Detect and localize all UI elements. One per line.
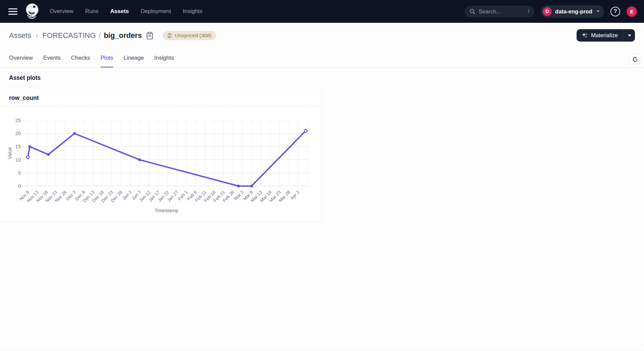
help-icon[interactable]: ? xyxy=(610,7,620,16)
materialize-dropdown-button[interactable] xyxy=(623,29,635,42)
svg-text:10: 10 xyxy=(15,157,21,163)
svg-text:15: 15 xyxy=(15,144,21,149)
tab-lineage[interactable]: Lineage xyxy=(123,55,144,68)
search-input[interactable]: Search... / xyxy=(465,6,534,17)
clipboard-icon xyxy=(147,32,153,40)
refresh-icon xyxy=(632,57,638,62)
svg-text:20: 20 xyxy=(15,131,21,136)
page-bottom-edge xyxy=(0,350,644,350)
top-nav: Overview Runs Assets Deployment Insights… xyxy=(0,0,644,23)
primary-nav: Overview Runs Assets Deployment Insights xyxy=(50,8,203,15)
svg-text:Jan 2: Jan 2 xyxy=(121,190,133,201)
nav-item-overview[interactable]: Overview xyxy=(50,8,73,15)
workspace-switcher[interactable]: D data-eng-prod xyxy=(541,5,604,18)
unsynced-status-badge[interactable]: Unsynced (308) xyxy=(163,31,216,40)
sync-alert-icon xyxy=(167,33,172,38)
search-icon xyxy=(470,9,475,14)
svg-text:Dec 3: Dec 3 xyxy=(65,190,77,202)
breadcrumb: Assets › FORECASTING / big_orders Unsync… xyxy=(9,31,216,40)
breadcrumb-assets-link[interactable]: Assets xyxy=(9,31,31,40)
breadcrumb-group-link[interactable]: FORECASTING xyxy=(42,31,96,40)
search-shortcut-hint: / xyxy=(528,8,529,14)
nav-item-runs[interactable]: Runs xyxy=(85,8,99,15)
nav-item-deployment[interactable]: Deployment xyxy=(141,8,171,15)
section-title: Asset plots xyxy=(9,74,41,81)
refresh-button[interactable] xyxy=(629,54,641,65)
nav-item-assets[interactable]: Assets xyxy=(110,8,129,15)
nav-item-insights[interactable]: Insights xyxy=(183,8,203,15)
chart-title: row_count xyxy=(9,95,39,102)
tab-events[interactable]: Events xyxy=(43,55,61,68)
tab-plots[interactable]: Plots xyxy=(101,55,113,68)
materialize-button[interactable]: Materialize xyxy=(577,29,623,42)
svg-text:Timestamp: Timestamp xyxy=(154,208,178,213)
svg-text:Value: Value xyxy=(7,147,12,159)
svg-text:Feb 1: Feb 1 xyxy=(177,190,189,201)
breadcrumb-chevron: › xyxy=(36,31,38,40)
user-avatar[interactable]: E xyxy=(627,6,637,17)
sparkle-icon xyxy=(582,32,588,39)
page-title: big_orders xyxy=(104,31,142,40)
materialize-split-button: Materialize xyxy=(577,29,635,42)
breadcrumb-separator: / xyxy=(99,31,101,40)
row-count-line-chart: 0510152025Nov 8Nov 13Nov 18Nov 23Nov 28D… xyxy=(0,111,322,222)
unsynced-badge-label: Unsynced (308) xyxy=(175,33,211,39)
tab-insights[interactable]: Insights xyxy=(154,55,174,68)
search-placeholder: Search... xyxy=(479,8,501,15)
asset-tabs: Overview Events Checks Plots Lineage Ins… xyxy=(9,55,174,68)
caret-down-icon xyxy=(628,35,631,37)
chart-title-divider xyxy=(0,106,321,106)
svg-text:Apr 2: Apr 2 xyxy=(289,190,301,201)
materialize-label: Materialize xyxy=(591,32,618,39)
tabs-divider xyxy=(0,67,644,68)
svg-text:5: 5 xyxy=(18,170,21,176)
svg-text:Mar 3: Mar 3 xyxy=(233,190,245,201)
copy-asset-name-button[interactable] xyxy=(147,32,153,40)
chevron-down-icon xyxy=(596,10,600,12)
svg-text:25: 25 xyxy=(15,118,21,123)
svg-text:0: 0 xyxy=(18,183,21,189)
hamburger-menu-icon[interactable] xyxy=(8,8,17,15)
tab-overview[interactable]: Overview xyxy=(9,55,33,68)
workspace-badge: D xyxy=(543,7,552,16)
workspace-name: data-eng-prod xyxy=(555,8,592,15)
tab-checks[interactable]: Checks xyxy=(71,55,90,68)
dagster-logo[interactable] xyxy=(24,3,40,20)
row-count-plot-card: row_count 0510152025Nov 8Nov 13Nov 18Nov… xyxy=(0,88,322,222)
